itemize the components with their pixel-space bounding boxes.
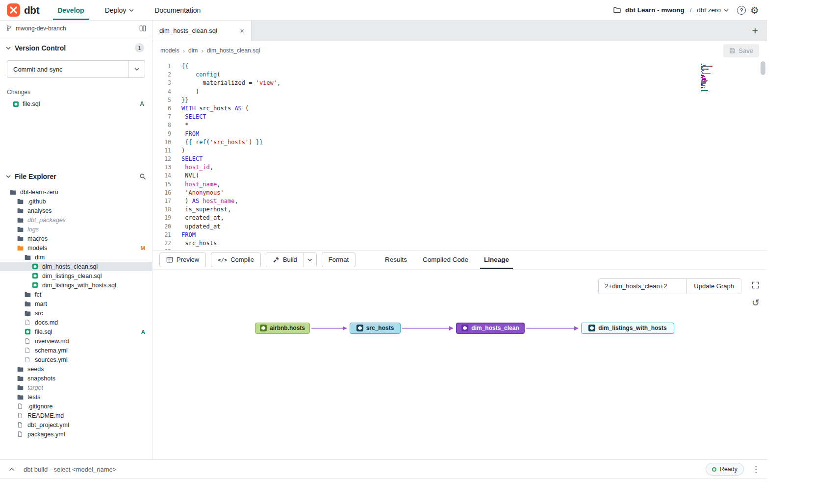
- expand-panel-chevron-icon[interactable]: [7, 466, 17, 473]
- tree-item-dim[interactable]: dim: [0, 252, 152, 262]
- lineage-node-dim_hosts_clean[interactable]: dim_hosts_clean: [456, 323, 525, 334]
- tree-item-mart[interactable]: mart: [0, 299, 152, 308]
- save-button[interactable]: Save: [723, 44, 759, 57]
- line-number: 13: [152, 163, 171, 172]
- tree-item-fct[interactable]: fct: [0, 290, 152, 299]
- tab-compiled-code[interactable]: Compiled Code: [415, 251, 476, 269]
- editor-toolbar: Preview </> Compile Build Format Results…: [152, 250, 767, 270]
- changed-file-row[interactable]: file.sql A: [0, 99, 152, 109]
- code-line[interactable]: 10 {{ ref('src_hosts') }}: [152, 138, 708, 147]
- code-line[interactable]: 22 src_hosts: [152, 239, 708, 248]
- update-graph-button[interactable]: Update Graph: [686, 278, 741, 294]
- fullscreen-icon[interactable]: [752, 281, 759, 289]
- reset-view-icon[interactable]: ↺: [752, 298, 760, 307]
- code-line[interactable]: 8 *: [152, 121, 708, 129]
- code-token: src_hosts: [196, 105, 234, 112]
- code-line[interactable]: 16 'Anonymous': [152, 189, 708, 197]
- tree-item-macros[interactable]: macros: [0, 234, 152, 243]
- format-button[interactable]: Format: [322, 252, 356, 267]
- code-line[interactable]: 4 ): [152, 88, 708, 96]
- tree-item-README.md[interactable]: README.md: [0, 411, 152, 420]
- kebab-menu-icon[interactable]: ⋮: [752, 465, 760, 474]
- tab-results[interactable]: Results: [377, 251, 415, 269]
- panels-icon[interactable]: [139, 25, 146, 32]
- tree-item-logs[interactable]: logs: [0, 225, 152, 234]
- tree-item-docs.md[interactable]: docs.md: [0, 318, 152, 327]
- minimap[interactable]: [701, 64, 737, 94]
- code-line[interactable]: 5}}: [152, 96, 708, 104]
- code-token: {{: [181, 63, 188, 70]
- tree-item-dbt-learn-zero[interactable]: dbt-learn-zero: [0, 187, 152, 197]
- build-button[interactable]: Build: [266, 253, 304, 267]
- dbt-logo[interactable]: dbt: [0, 3, 47, 17]
- code-token: host_name: [203, 198, 234, 204]
- nav-deploy[interactable]: Deploy: [95, 0, 145, 20]
- nav-develop[interactable]: Develop: [47, 0, 94, 20]
- code-line[interactable]: 19 created_at,: [152, 214, 708, 222]
- code-line[interactable]: 23: [152, 248, 708, 250]
- lineage-selector-input[interactable]: 2+dim_hosts_clean+2: [598, 278, 686, 294]
- version-control-header[interactable]: Version Control 1: [0, 36, 152, 57]
- tree-item-schema.yml[interactable]: schema.yml: [0, 346, 152, 355]
- compile-button[interactable]: </> Compile: [211, 252, 261, 267]
- code-token: ,: [277, 79, 280, 86]
- tree-item-sources.yml[interactable]: sources.yml: [0, 355, 152, 364]
- tree-item-analyses[interactable]: analyses: [0, 206, 152, 215]
- code-line[interactable]: 2 config(: [152, 71, 708, 79]
- breadcrumb-models[interactable]: models: [160, 47, 179, 54]
- tab-dim-hosts-clean[interactable]: dim_hosts_clean.sql ×: [152, 21, 252, 41]
- code-line[interactable]: 18 is_superhost,: [152, 205, 708, 214]
- help-icon[interactable]: ?: [737, 6, 746, 15]
- code-line[interactable]: 7 SELECT: [152, 113, 708, 121]
- settings-gear-icon[interactable]: ⚙: [750, 5, 759, 15]
- editor-tab-bar: dim_hosts_clean.sql × +: [152, 21, 767, 41]
- code-line[interactable]: 11): [152, 147, 708, 155]
- breadcrumb-dim[interactable]: dim: [188, 47, 198, 54]
- tree-item-dbt_packages[interactable]: dbt_packages: [0, 215, 152, 225]
- tree-item-src[interactable]: src: [0, 308, 152, 318]
- tree-item-dim_listings_with_hosts.sql[interactable]: dim_listings_with_hosts.sql: [0, 280, 152, 290]
- nav-documentation[interactable]: Documentation: [144, 0, 211, 20]
- file-explorer-header[interactable]: File Explorer: [0, 169, 152, 184]
- code-line[interactable]: 3 materialized = 'view',: [152, 79, 708, 87]
- new-tab-icon[interactable]: +: [743, 25, 767, 37]
- lineage-node-src_hosts[interactable]: src_hosts: [350, 323, 401, 334]
- lineage-node-airbnb.hosts[interactable]: airbnb.hosts: [255, 323, 310, 334]
- code-editor[interactable]: 1{{2 config(3 materialized = 'view',4 )5…: [152, 60, 767, 250]
- tree-item-dim_listings_clean.sql[interactable]: dim_listings_clean.sql: [0, 271, 152, 280]
- close-tab-icon[interactable]: ×: [240, 26, 244, 35]
- code-line[interactable]: 21FROM: [152, 231, 708, 239]
- lineage-node-dim_listings_with_hosts[interactable]: dim_listings_with_hosts: [581, 323, 674, 334]
- tree-item-dim_hosts_clean.sql[interactable]: dim_hosts_clean.sql: [0, 262, 152, 271]
- build-options-chevron[interactable]: [304, 253, 316, 267]
- code-line[interactable]: 9 FROM: [152, 130, 708, 138]
- editor-scrollbar[interactable]: [761, 61, 765, 75]
- tree-item-snapshots[interactable]: snapshots: [0, 374, 152, 383]
- tree-item-dbt_project.yml[interactable]: dbt_project.yml: [0, 420, 152, 429]
- code-line[interactable]: 1{{: [152, 62, 708, 71]
- tree-item-target[interactable]: target: [0, 383, 152, 392]
- tree-item-packages.yml[interactable]: packages.yml: [0, 429, 152, 439]
- code-line[interactable]: 20 updated_at: [152, 223, 708, 231]
- preview-button[interactable]: Preview: [159, 252, 206, 267]
- tree-item-seeds[interactable]: seeds: [0, 364, 152, 374]
- environment-selector[interactable]: dbt zero: [697, 6, 729, 14]
- tree-item-models[interactable]: modelsM: [0, 243, 152, 252]
- code-line[interactable]: 12SELECT: [152, 155, 708, 163]
- code-line[interactable]: 15 host_name,: [152, 180, 708, 189]
- tree-item-.github[interactable]: .github: [0, 197, 152, 206]
- commit-options-chevron[interactable]: [128, 61, 145, 77]
- tree-item-tests[interactable]: tests: [0, 392, 152, 402]
- tree-item-file.sql[interactable]: file.sqlA: [0, 327, 152, 336]
- breadcrumb-file[interactable]: dim_hosts_clean.sql: [207, 47, 260, 54]
- tree-item-.gitignore[interactable]: .gitignore: [0, 402, 152, 411]
- tree-item-overview.md[interactable]: overview.md: [0, 336, 152, 346]
- code-line[interactable]: 13 host_id,: [152, 163, 708, 172]
- commit-and-sync-button[interactable]: Commit and sync: [7, 60, 145, 78]
- tab-lineage[interactable]: Lineage: [476, 251, 517, 269]
- code-line[interactable]: 14 NVL(: [152, 172, 708, 180]
- search-icon[interactable]: [139, 173, 146, 180]
- code-line[interactable]: 6WITH src_hosts AS (: [152, 104, 708, 113]
- code-line[interactable]: 17 ) AS host_name,: [152, 197, 708, 205]
- cli-command-input[interactable]: dbt build --select <model_name>: [24, 466, 116, 473]
